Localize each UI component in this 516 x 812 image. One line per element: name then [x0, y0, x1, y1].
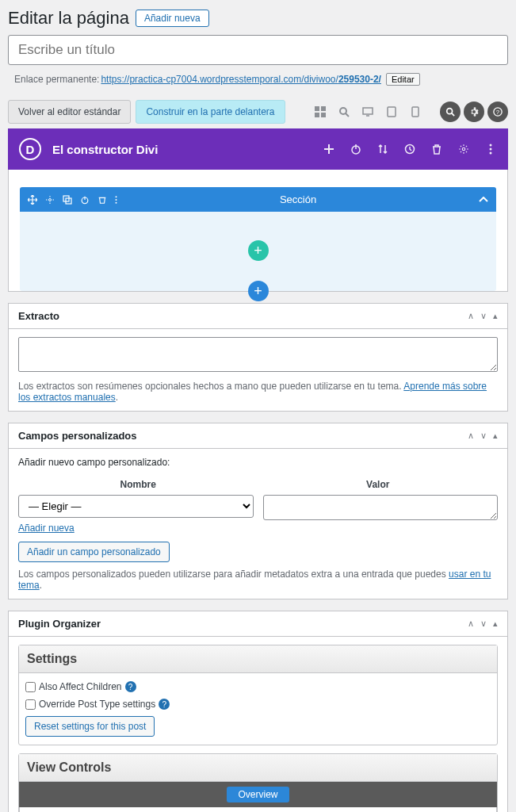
metabox-down-icon[interactable]: ∨	[480, 311, 487, 321]
permalink-row: Enlace permanente: https://practica-cp70…	[8, 70, 508, 89]
cf-column-name: Nombre	[18, 474, 258, 495]
plugin-organizer-title: Plugin Organizer	[18, 618, 101, 630]
plugin-organizer-header[interactable]: Plugin Organizer ∧ ∨ ▴	[9, 611, 507, 637]
add-custom-field-label: Añadir nuevo campo personalizado:	[18, 457, 498, 468]
section-header-bar: Sección	[20, 187, 496, 212]
section-label: Sección	[117, 193, 479, 205]
svg-rect-9	[412, 107, 419, 117]
back-to-standard-editor-button[interactable]: Volver al editor estándar	[8, 100, 131, 124]
build-on-frontend-button[interactable]: Construir en la parte delantera	[136, 100, 285, 124]
also-affect-children-checkbox[interactable]	[25, 682, 36, 692]
divi-power-icon[interactable]	[350, 143, 362, 155]
svg-rect-2	[315, 113, 319, 117]
excerpt-title: Extracto	[18, 310, 59, 322]
zoom-icon[interactable]	[334, 102, 354, 122]
svg-text:?: ?	[496, 109, 499, 116]
help-icon[interactable]: ?	[487, 102, 508, 122]
metabox-down-icon[interactable]: ∨	[480, 431, 487, 441]
svg-point-20	[490, 144, 492, 147]
add-section-button[interactable]: +	[248, 281, 269, 301]
metabox-up-icon[interactable]: ∧	[468, 431, 474, 441]
svg-point-21	[490, 148, 492, 151]
po-settings-section: Settings Also Affect Children ? Override…	[18, 645, 498, 745]
divi-canvas: Sección + +	[8, 170, 508, 292]
metabox-up-icon[interactable]: ∧	[468, 311, 474, 321]
svg-line-11	[452, 113, 454, 116]
reset-settings-button[interactable]: Reset settings for this post	[25, 716, 155, 737]
excerpt-textarea[interactable]	[18, 337, 498, 372]
cf-value-textarea[interactable]	[263, 495, 499, 520]
custom-fields-header[interactable]: Campos personalizados ∧ ∨ ▴	[9, 423, 507, 449]
excerpt-metabox: Extracto ∧ ∨ ▴ Los extractos son resúmen…	[8, 303, 508, 412]
plugin-organizer-metabox: Plugin Organizer ∧ ∨ ▴ Settings Also Aff…	[8, 611, 508, 812]
override-post-type-label: Override Post Type settings	[39, 699, 155, 710]
permalink-edit-button[interactable]: Editar	[386, 73, 420, 86]
phone-icon[interactable]	[405, 102, 426, 122]
grid-icon[interactable]	[310, 102, 331, 122]
metabox-down-icon[interactable]: ∨	[480, 619, 487, 629]
svg-rect-3	[321, 113, 326, 117]
section-move-icon[interactable]	[28, 195, 37, 205]
cf-column-value: Valor	[258, 474, 499, 495]
svg-rect-6	[363, 108, 373, 114]
metabox-toggle-icon[interactable]: ▴	[493, 619, 498, 629]
cf-add-new-link[interactable]: Añadir nueva	[18, 523, 75, 534]
excerpt-header[interactable]: Extracto ∧ ∨ ▴	[9, 304, 507, 329]
divi-builder-bar: D El constructor Divi	[8, 128, 508, 170]
po-view-controls-heading: View Controls	[19, 754, 497, 782]
svg-rect-0	[315, 106, 319, 111]
cf-name-select[interactable]: — Elegir —	[18, 495, 254, 518]
svg-rect-8	[388, 107, 396, 117]
svg-line-5	[346, 113, 349, 117]
divi-clock-icon[interactable]	[403, 143, 416, 155]
desktop-icon[interactable]	[357, 102, 378, 122]
divi-arrows-icon[interactable]	[376, 143, 389, 155]
po-settings-heading: Settings	[19, 645, 497, 673]
section-gear-icon[interactable]	[45, 195, 55, 205]
tablet-icon[interactable]	[381, 102, 402, 122]
permalink-label: Enlace permanente:	[14, 74, 99, 85]
cf-help-text: Los campos personalizados pueden utiliza…	[18, 569, 498, 591]
permalink-url[interactable]: https://practica-cp7004.wordpresstempora…	[101, 74, 381, 85]
section-power-icon[interactable]	[80, 195, 90, 205]
custom-fields-metabox: Campos personalizados ∧ ∨ ▴ Añadir nuevo…	[8, 423, 508, 599]
gear-icon[interactable]	[464, 102, 484, 122]
svg-point-19	[462, 147, 465, 151]
metabox-up-icon[interactable]: ∧	[468, 619, 474, 629]
divi-gear-icon[interactable]	[457, 143, 470, 155]
cf-add-button[interactable]: Añadir un campo personalizado	[18, 542, 170, 562]
help-icon[interactable]: ?	[125, 681, 136, 692]
metabox-toggle-icon[interactable]: ▴	[493, 431, 498, 441]
also-affect-children-label: Also Affect Children	[39, 681, 122, 692]
divi-more-icon[interactable]	[484, 143, 497, 155]
po-view-controls-section: View Controls Overview Role Not Logged I…	[18, 753, 498, 812]
add-row-button[interactable]: +	[248, 240, 269, 261]
svg-point-22	[490, 152, 492, 155]
divi-trash-icon[interactable]	[430, 143, 443, 155]
add-new-button[interactable]: Añadir nueva	[136, 10, 209, 27]
section-body: + +	[20, 212, 496, 291]
divi-logo-icon: D	[19, 138, 41, 160]
svg-point-10	[447, 109, 453, 114]
post-title-input[interactable]	[8, 35, 508, 65]
divi-builder-title: El constructor Divi	[52, 143, 158, 156]
search-icon[interactable]	[440, 102, 461, 122]
excerpt-help-text: Los extractos son resúmenes opcionales h…	[18, 381, 498, 403]
page-heading: Editar la página	[8, 8, 129, 29]
section-duplicate-icon[interactable]	[63, 195, 72, 205]
custom-fields-title: Campos personalizados	[18, 430, 137, 442]
overview-button[interactable]: Overview	[227, 787, 289, 802]
svg-point-23	[49, 198, 52, 201]
section-collapse-icon[interactable]	[479, 197, 488, 203]
help-icon[interactable]: ?	[159, 699, 170, 710]
svg-point-4	[340, 108, 346, 114]
divi-add-icon[interactable]	[323, 143, 335, 155]
override-post-type-checkbox[interactable]	[25, 699, 36, 710]
section-trash-icon[interactable]	[97, 195, 107, 205]
svg-rect-1	[321, 106, 326, 111]
metabox-toggle-icon[interactable]: ▴	[493, 311, 498, 321]
